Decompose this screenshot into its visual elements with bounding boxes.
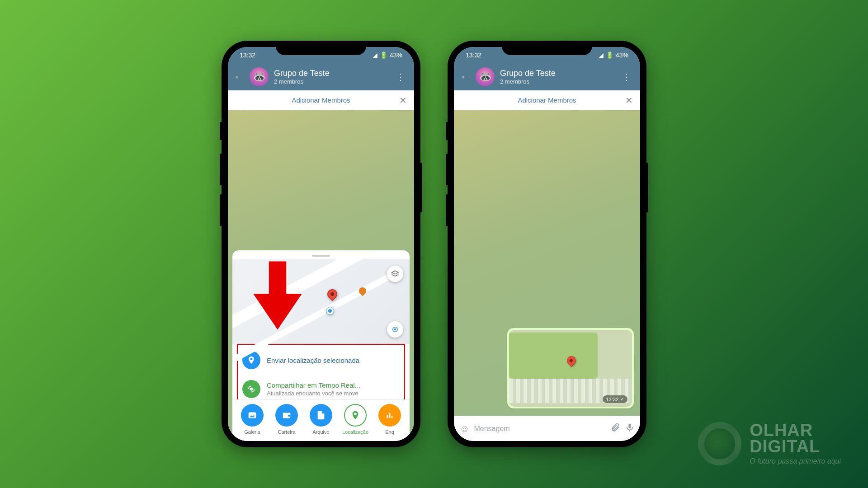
location-tab-icon <box>344 404 367 427</box>
add-members-label: Adicionar Membros <box>292 96 350 104</box>
chat-message-area: 15 de novembro 13:32 ✓ <box>454 110 640 416</box>
svg-marker-0 <box>392 271 399 275</box>
location-message-bubble[interactable]: 13:32 ✓ <box>507 328 634 408</box>
file-icon <box>310 404 332 427</box>
status-battery: 43% <box>616 52 628 59</box>
kebab-menu-icon[interactable]: ⋮ <box>619 71 634 82</box>
message-map-thumbnail: 13:32 ✓ <box>509 330 632 407</box>
status-time: 13:32 <box>240 52 255 59</box>
location-attach-sheet: Enviar localização selecionada Compartil… <box>232 250 410 441</box>
tab-poll[interactable]: Enq <box>376 404 404 435</box>
map-layers-button[interactable] <box>387 266 403 282</box>
tab-file[interactable]: Arquivo <box>307 404 335 435</box>
current-location-dot-icon <box>326 307 334 314</box>
attach-icon[interactable] <box>610 422 620 435</box>
svg-point-2 <box>394 328 396 331</box>
gallery-icon <box>241 404 264 427</box>
brand-watermark: OLHAR DIGITAL O futuro passa primeiro aq… <box>698 422 841 465</box>
group-avatar[interactable]: 🦝 <box>476 67 495 86</box>
attachment-tabs: Galeria Carteira <box>232 399 410 441</box>
emoji-icon[interactable]: ☺ <box>459 423 469 435</box>
poll-icon <box>378 404 401 427</box>
message-timestamp: 13:32 ✓ <box>603 395 627 403</box>
svg-point-3 <box>250 388 253 391</box>
chat-title: Grupo de Teste <box>500 69 614 78</box>
wallet-icon <box>275 404 298 427</box>
chat-title-block[interactable]: Grupo de Teste 2 membros <box>500 69 614 85</box>
phones-container: 13:32 ◢ 🔋 43% ← 🦝 Grupo de Teste 2 membr… <box>0 0 868 488</box>
close-icon[interactable]: ✕ <box>399 95 407 106</box>
add-members-label: Adicionar Membros <box>518 96 576 104</box>
back-arrow-icon[interactable]: ← <box>234 71 244 83</box>
map-preview[interactable] <box>232 259 410 344</box>
phone-left: 13:32 ◢ 🔋 43% ← 🦝 Grupo de Teste 2 membr… <box>222 41 420 447</box>
svg-rect-11 <box>628 423 631 428</box>
chat-title: Grupo de Teste <box>274 69 388 78</box>
live-location-icon <box>242 380 260 398</box>
status-time: 13:32 <box>466 52 481 59</box>
back-arrow-icon[interactable]: ← <box>460 71 470 83</box>
sent-check-icon: ✓ <box>620 396 624 402</box>
sheet-drag-handle[interactable] <box>312 255 330 257</box>
phone-right: 13:32 ◢ 🔋 43% ← 🦝 Grupo de Teste 2 membr… <box>448 41 646 447</box>
svg-rect-7 <box>288 415 291 417</box>
chat-background[interactable]: 15 de novembro 13:32 ✓ <box>454 110 640 441</box>
chat-header: ← 🦝 Grupo de Teste 2 membros ⋮ <box>454 63 640 90</box>
status-battery: 43% <box>390 52 402 59</box>
brand-tagline: O futuro passa primeiro aqui <box>750 457 841 465</box>
signal-icon: ◢ <box>373 52 377 59</box>
tab-gallery[interactable]: Galeria <box>238 404 266 435</box>
highlighted-options: Enviar localização selecionada Compartil… <box>237 344 405 405</box>
tab-location[interactable]: Localização <box>341 404 369 435</box>
brand-name-line1: OLHAR <box>750 422 841 438</box>
phone-notch <box>502 41 592 55</box>
battery-icon: 🔋 <box>380 52 387 59</box>
tab-wallet[interactable]: Carteira <box>273 404 301 435</box>
instruction-arrow-icon <box>249 258 307 335</box>
message-input[interactable] <box>474 425 606 433</box>
share-live-label: Compartilhar em Tempo Real... <box>267 381 360 389</box>
chat-subtitle: 2 membros <box>274 78 388 85</box>
map-pin-icon <box>325 287 339 301</box>
battery-icon: 🔋 <box>606 52 613 59</box>
brand-name-line2: DIGITAL <box>750 438 841 455</box>
add-members-bar[interactable]: Adicionar Membros ✕ <box>228 90 414 110</box>
close-icon[interactable]: ✕ <box>625 95 633 106</box>
kebab-menu-icon[interactable]: ⋮ <box>393 71 408 82</box>
chat-title-block[interactable]: Grupo de Teste 2 membros <box>274 69 388 85</box>
chat-subtitle: 2 membros <box>500 78 614 85</box>
microphone-icon[interactable] <box>625 422 635 435</box>
svg-rect-9 <box>389 413 391 418</box>
message-input-bar: ☺ <box>454 416 640 441</box>
group-avatar[interactable]: 🦝 <box>250 67 269 86</box>
chat-header: ← 🦝 Grupo de Teste 2 membros ⋮ <box>228 63 414 90</box>
send-selected-location[interactable]: Enviar localização selecionada <box>238 346 404 375</box>
svg-rect-10 <box>392 416 393 418</box>
brand-logo-icon <box>698 422 741 465</box>
chat-background: Enviar localização selecionada Compartil… <box>228 110 414 441</box>
my-location-button[interactable] <box>387 321 403 338</box>
signal-icon: ◢ <box>599 52 604 59</box>
add-members-bar[interactable]: Adicionar Membros ✕ <box>454 90 640 110</box>
phone-notch <box>276 41 366 55</box>
share-live-sublabel: Atualizada enquanto você se move <box>267 390 360 397</box>
send-location-label: Enviar localização selecionada <box>267 357 359 364</box>
svg-rect-8 <box>387 415 388 418</box>
